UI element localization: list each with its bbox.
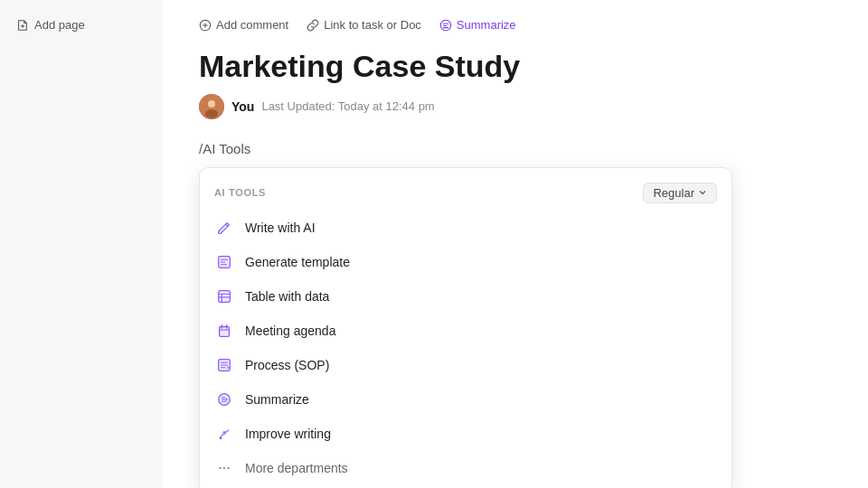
svg-point-13 (223, 466, 226, 469)
svg-point-10 (220, 436, 222, 439)
summarize-button[interactable]: Summarize (439, 18, 516, 32)
sidebar: Add page (0, 0, 163, 488)
menu-item-label: Generate template (245, 255, 350, 269)
menu-item-label: Meeting agenda (245, 324, 335, 338)
write-ai-icon (214, 218, 234, 238)
summarize-label: Summarize (457, 18, 516, 32)
chevron-down-icon (698, 188, 707, 197)
author-row: You Last Updated: Today at 12:44 pm (199, 94, 832, 119)
menu-item-summarize[interactable]: Summarize (200, 382, 731, 417)
table-icon (214, 286, 234, 306)
ai-tools-dropdown: AI TOOLS Regular Write with AI (199, 167, 732, 488)
menu-item-label: Process (SOP) (245, 358, 329, 372)
avatar (199, 94, 224, 119)
menu-item-label: More departments (245, 461, 348, 475)
svg-point-11 (228, 429, 230, 431)
link-label: Link to task or Doc (324, 18, 421, 32)
link-button[interactable]: Link to task or Doc (307, 18, 421, 32)
menu-item-label: Table with data (245, 289, 329, 304)
add-comment-label: Add comment (216, 18, 288, 32)
improve-writing-icon (214, 424, 234, 444)
menu-item-generate-template[interactable]: Generate template (200, 245, 731, 279)
ai-tools-trigger: /AI Tools (199, 141, 832, 156)
comment-icon (199, 19, 212, 32)
generate-template-icon (214, 252, 234, 272)
regular-label: Regular (653, 186, 694, 200)
process-icon (214, 355, 234, 375)
dropdown-section-label: AI TOOLS (214, 187, 266, 198)
svg-point-3 (208, 100, 215, 108)
menu-item-meeting-agenda[interactable]: Meeting agenda (200, 314, 731, 348)
add-comment-button[interactable]: Add comment (199, 18, 288, 32)
summarize-toolbar-icon (439, 19, 452, 32)
menu-item-table-with-data[interactable]: Table with data (200, 279, 731, 314)
main-content: Add comment Link to task or Doc Summariz… (163, 0, 868, 488)
author-name: You (231, 99, 254, 114)
dropdown-header: AI TOOLS Regular (200, 175, 731, 211)
menu-item-label: Write with AI (245, 221, 316, 235)
summarize-icon (214, 389, 234, 409)
menu-item-improve-writing[interactable]: Improve writing (200, 417, 731, 451)
menu-item-write-with-ai[interactable]: Write with AI (200, 211, 731, 245)
add-page-label: Add page (34, 18, 85, 32)
add-page-button[interactable]: Add page (11, 14, 152, 35)
add-page-icon (16, 19, 29, 32)
link-icon (307, 19, 319, 32)
svg-point-12 (219, 466, 222, 469)
svg-rect-6 (219, 290, 231, 302)
menu-item-more-departments[interactable]: More departments (200, 451, 731, 485)
avatar-image (199, 94, 224, 119)
svg-point-14 (227, 466, 230, 469)
regular-button[interactable]: Regular (643, 183, 717, 203)
menu-item-label: Improve writing (245, 427, 331, 441)
toolbar: Add comment Link to task or Doc Summariz… (199, 18, 832, 32)
svg-point-4 (205, 109, 218, 118)
svg-rect-7 (220, 326, 230, 336)
menu-item-label: Summarize (245, 392, 309, 407)
more-departments-icon (214, 458, 234, 478)
page-title: Marketing Case Study (199, 48, 832, 85)
menu-item-process-sop[interactable]: Process (SOP) (200, 348, 731, 382)
meeting-agenda-icon (214, 321, 234, 341)
last-updated: Last Updated: Today at 12:44 pm (261, 99, 434, 113)
